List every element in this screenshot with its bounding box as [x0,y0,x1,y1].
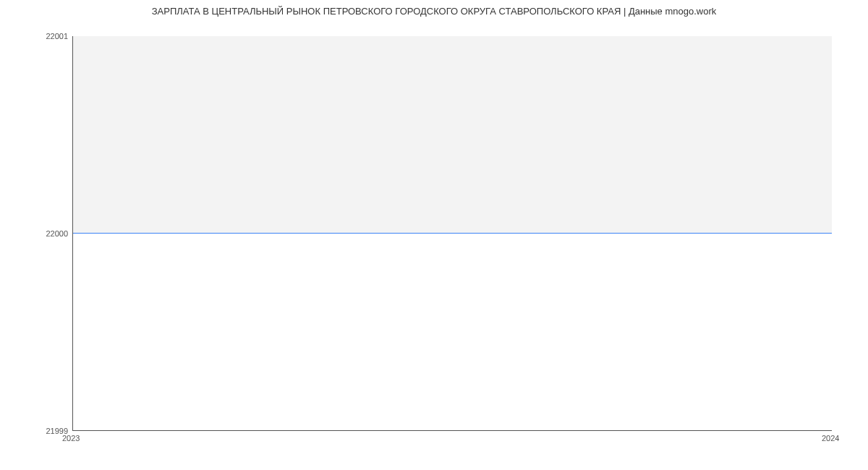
plot-area [72,36,832,431]
x-tick-2024: 2024 [822,434,839,443]
x-tick-2023: 2023 [62,434,80,443]
chart-fill [73,36,832,234]
y-tick-22001: 22001 [46,32,68,40]
chart-line [73,233,832,234]
chart-title: ЗАРПЛАТА В ЦЕНТРАЛЬНЫЙ РЫНОК ПЕТРОВСКОГО… [0,6,868,17]
y-tick-22000: 22000 [46,229,68,238]
